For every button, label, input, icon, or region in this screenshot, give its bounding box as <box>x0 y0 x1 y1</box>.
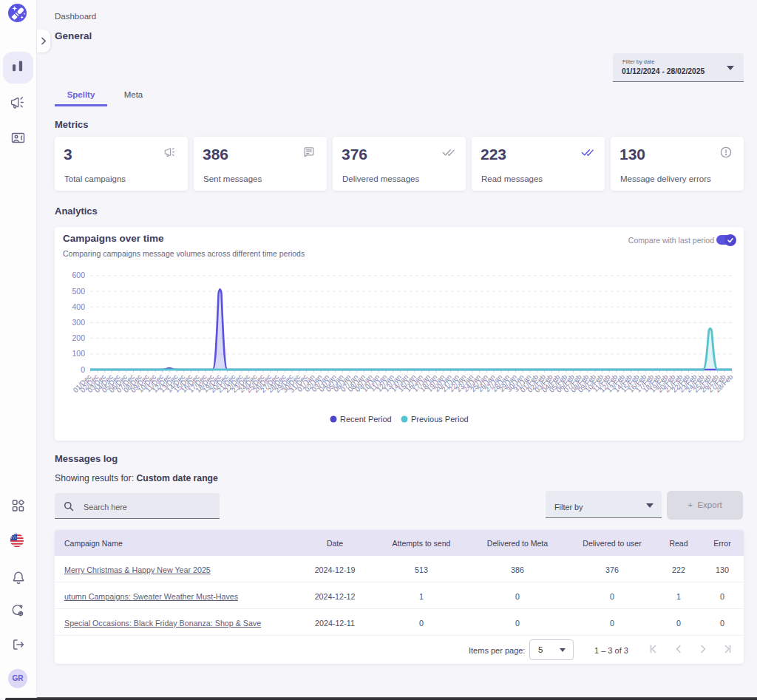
svg-text:100: 100 <box>72 349 85 358</box>
svg-text:600: 600 <box>72 271 85 279</box>
svg-text:Previous Period: Previous Period <box>411 415 469 424</box>
svg-text:Recent Period: Recent Period <box>340 415 392 424</box>
svg-text:500: 500 <box>72 287 85 296</box>
svg-text:400: 400 <box>72 302 85 311</box>
svg-text:200: 200 <box>72 333 85 342</box>
svg-text:300: 300 <box>72 318 85 327</box>
svg-text:0: 0 <box>81 365 85 374</box>
